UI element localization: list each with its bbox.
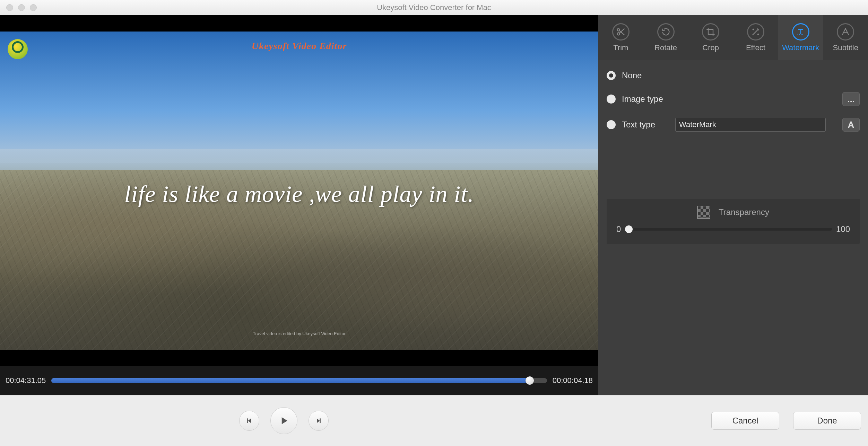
tab-label: Subtitle [833,43,858,52]
branding-text: Ukeysoft Video Editor [252,41,347,52]
close-window-button[interactable] [6,4,13,11]
timeline-knob[interactable] [526,376,534,385]
transparency-slider[interactable] [625,228,832,231]
tab-subtitle[interactable]: Subtitle [823,15,868,60]
magic-wand-icon [747,23,764,41]
transparency-header: Transparency [616,206,850,219]
play-button[interactable] [270,407,297,434]
bottom-bar: Cancel Done [0,395,868,446]
tab-crop[interactable]: Crop [688,15,733,60]
crop-icon [702,23,719,41]
svg-point-1 [617,33,619,35]
main-row: Ukeysoft Video Editor life is like a mov… [0,15,868,395]
transparency-label: Transparency [719,207,769,217]
video-frame: Ukeysoft Video Editor life is like a mov… [0,32,598,350]
watermark-panel: None Image type ... Text type A [598,60,868,254]
credit-text: Travel video is edited by Ukeysoft Video… [253,331,346,336]
watermark-icon [792,23,809,41]
radio-icon [607,71,616,80]
action-buttons: Cancel Done [711,412,861,430]
svg-point-0 [617,28,619,31]
traffic-lights [0,4,37,11]
watermark-text-input[interactable] [675,118,826,132]
radio-label: None [622,71,642,80]
remaining-time: 00:00:04.18 [553,376,593,385]
transparency-icon [697,206,710,219]
browse-image-button[interactable]: ... [842,92,860,106]
tab-trim[interactable]: Trim [598,15,643,60]
svg-rect-3 [320,418,321,423]
previous-frame-button[interactable] [239,411,259,431]
quote-text: life is like a movie ,we all play in it. [124,180,474,208]
radio-none[interactable]: None [607,71,860,80]
play-controls [239,407,329,434]
ukeysoft-logo-icon [8,39,28,59]
slider-min: 0 [616,224,621,234]
rotate-icon [657,23,675,41]
slider-max: 100 [836,224,850,234]
editor-window: Ukeysoft Video Converter for Mac Ukeysof… [0,0,868,446]
skip-back-icon [246,417,253,424]
tab-effect[interactable]: Effect [733,15,778,60]
radio-icon [607,120,616,129]
tab-label: Crop [702,43,719,52]
transparency-section: Transparency 0 100 [607,199,860,244]
side-panel: Trim Rotate Crop [598,15,868,395]
tab-label: Trim [613,43,628,52]
radio-icon [607,95,616,104]
done-button[interactable]: Done [793,412,861,430]
minimize-window-button[interactable] [18,4,25,11]
tab-label: Effect [746,43,765,52]
transparency-slider-row: 0 100 [616,224,850,234]
radio-image-type[interactable]: Image type ... [607,92,860,106]
cancel-button[interactable]: Cancel [711,412,779,430]
radio-text-type[interactable]: Text type A [607,118,860,132]
zoom-window-button[interactable] [30,4,37,11]
next-frame-button[interactable] [309,411,329,431]
tab-rotate[interactable]: Rotate [643,15,688,60]
preview-area: Ukeysoft Video Editor life is like a mov… [0,15,598,395]
play-icon [279,416,289,426]
slider-knob[interactable] [625,225,633,233]
video-preview: Ukeysoft Video Editor life is like a mov… [0,15,598,366]
radio-label: Image type [622,94,663,104]
timeline: 00:04:31.05 00:00:04.18 [0,366,598,395]
tool-tabs: Trim Rotate Crop [598,15,868,60]
titlebar: Ukeysoft Video Converter for Mac [0,0,868,15]
svg-rect-2 [247,418,248,423]
subtitle-icon [837,23,854,41]
radio-label: Text type [622,120,655,130]
skip-forward-icon [315,417,322,424]
tab-label: Watermark [782,43,819,52]
current-time: 00:04:31.05 [6,376,46,385]
tab-label: Rotate [654,43,677,52]
tab-watermark[interactable]: Watermark [778,15,823,60]
font-settings-button[interactable]: A [842,118,860,132]
scissors-icon [612,23,630,41]
timeline-slider[interactable] [51,378,547,383]
window-title: Ukeysoft Video Converter for Mac [377,3,491,12]
